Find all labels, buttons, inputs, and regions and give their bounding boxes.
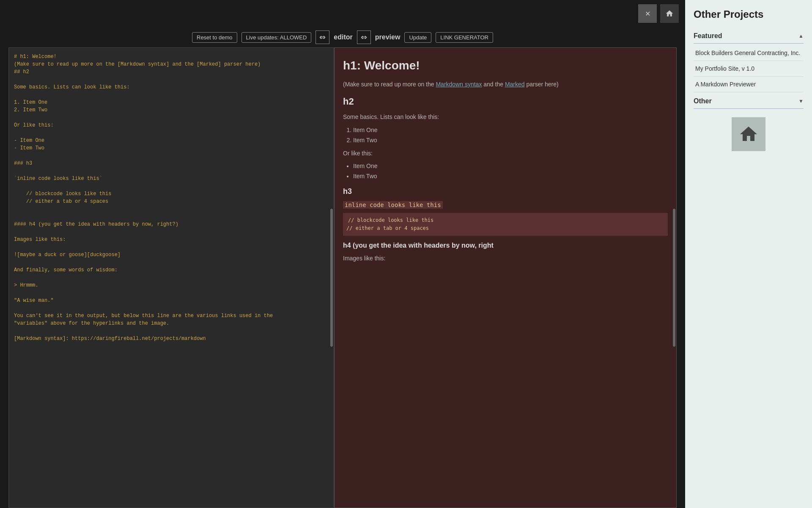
- list-item: Item One: [353, 125, 668, 135]
- preview-code-inline: inline code looks like this: [343, 200, 668, 210]
- link-generator-button[interactable]: LINK GENERATOR: [436, 32, 493, 43]
- preview-scrollbar[interactable]: [673, 209, 675, 347]
- update-button[interactable]: Update: [404, 32, 431, 43]
- preview-h4: h4 (you get the idea with headers by now…: [343, 240, 668, 251]
- featured-items: Block Builders General Contracting, Inc.…: [694, 44, 804, 94]
- list-item: Item Two: [353, 171, 668, 181]
- home-button[interactable]: [660, 4, 679, 23]
- preview-ordered-list: Item One Item Two: [343, 125, 668, 145]
- preview-h1: h1: Welcome!: [343, 56, 668, 75]
- top-bar: ✕: [0, 0, 685, 27]
- featured-chevron-icon: ▲: [798, 33, 804, 39]
- close-button[interactable]: ✕: [638, 4, 657, 23]
- marked-link[interactable]: Marked: [505, 81, 525, 88]
- other-section-header[interactable]: Other ▼: [694, 94, 804, 109]
- preview-label: preview: [375, 33, 401, 41]
- preview-list-intro: Some basics. Lists can look like this:: [343, 112, 668, 121]
- preview-h2: h2: [343, 94, 668, 109]
- editor-pane: # h1: Welcome! (Make sure to read up mor…: [8, 47, 334, 508]
- other-chevron-icon: ▼: [798, 98, 804, 104]
- split-area: # h1: Welcome! (Make sure to read up mor…: [0, 47, 685, 508]
- featured-label: Featured: [694, 32, 722, 40]
- sidebar: Other Projects Featured ▲ Block Builders…: [685, 0, 812, 508]
- list-item: Item Two: [353, 135, 668, 145]
- featured-item-1[interactable]: Block Builders General Contracting, Inc.: [694, 45, 804, 61]
- preview-swap-button[interactable]: ⇔: [357, 30, 371, 44]
- preview-or-text: Or like this:: [343, 149, 668, 158]
- preview-unordered-list: Item One Item Two: [343, 161, 668, 181]
- preview-pane: h1: Welcome! (Make sure to read up more …: [334, 47, 677, 508]
- preview-images-text: Images like this:: [343, 254, 668, 263]
- other-label: Other: [694, 97, 712, 105]
- editor-label: editor: [334, 33, 352, 41]
- home-large-icon: [738, 124, 759, 144]
- sidebar-title: Other Projects: [694, 8, 804, 20]
- home-icon: [665, 9, 674, 18]
- editor-textarea[interactable]: # h1: Welcome! (Make sure to read up mor…: [9, 48, 334, 508]
- home-icon-large-button[interactable]: [732, 117, 765, 151]
- live-updates-button[interactable]: Live updates: ALLOWED: [241, 32, 312, 43]
- preview-h3: h3: [343, 185, 668, 198]
- reset-demo-button[interactable]: Reset to demo: [192, 32, 237, 43]
- markdown-syntax-link[interactable]: Markdown syntax: [436, 81, 482, 88]
- main-area: ✕ Reset to demo Live updates: ALLOWED ⇔ …: [0, 0, 685, 508]
- featured-item-3[interactable]: A Markdown Previewer: [694, 77, 804, 92]
- preview-code-block: // blockcode looks like this // either a…: [343, 213, 668, 236]
- featured-item-2[interactable]: My Portfolio Site, v 1.0: [694, 61, 804, 77]
- featured-section-header[interactable]: Featured ▲: [694, 29, 804, 44]
- list-item: Item One: [353, 161, 668, 171]
- preview-intro: (Make sure to read up more on the Markdo…: [343, 80, 668, 89]
- editor-scrollbar[interactable]: [330, 209, 333, 347]
- preview-code-block-content: // blockcode looks like this // either a…: [346, 217, 433, 232]
- toolbar: Reset to demo Live updates: ALLOWED ⇔ ed…: [0, 27, 685, 47]
- editor-swap-button[interactable]: ⇔: [315, 30, 329, 44]
- preview-content: h1: Welcome! (Make sure to read up more …: [343, 56, 668, 263]
